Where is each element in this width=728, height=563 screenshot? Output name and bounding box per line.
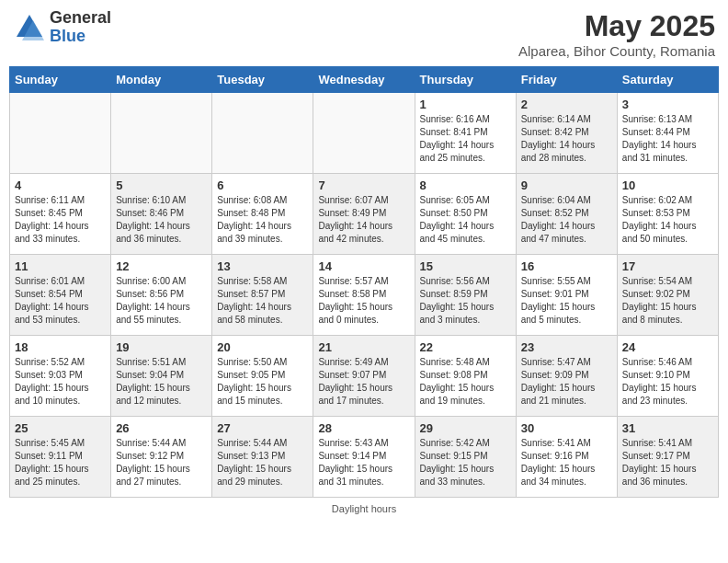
calendar-cell: 14Sunrise: 5:57 AM Sunset: 8:58 PM Dayli… — [313, 255, 415, 336]
calendar-cell: 18Sunrise: 5:52 AM Sunset: 9:03 PM Dayli… — [10, 336, 111, 417]
day-number: 4 — [15, 178, 106, 192]
calendar-cell: 11Sunrise: 6:01 AM Sunset: 8:54 PM Dayli… — [10, 255, 111, 336]
day-number: 18 — [15, 340, 106, 354]
col-header-saturday: Saturday — [617, 67, 718, 93]
col-header-tuesday: Tuesday — [212, 67, 313, 93]
logo-general: General — [50, 9, 111, 28]
day-number: 27 — [217, 421, 308, 435]
col-header-monday: Monday — [111, 67, 212, 93]
calendar-cell: 31Sunrise: 5:41 AM Sunset: 9:17 PM Dayli… — [617, 417, 718, 498]
calendar-cell — [313, 93, 415, 174]
day-info: Sunrise: 5:42 AM Sunset: 9:15 PM Dayligh… — [420, 437, 511, 488]
day-number: 6 — [217, 178, 308, 192]
day-info: Sunrise: 6:02 AM Sunset: 8:53 PM Dayligh… — [622, 194, 713, 246]
day-number: 30 — [521, 421, 612, 435]
calendar-cell: 20Sunrise: 5:50 AM Sunset: 9:05 PM Dayli… — [212, 336, 313, 417]
day-info: Sunrise: 6:14 AM Sunset: 8:42 PM Dayligh… — [521, 113, 612, 165]
day-number: 25 — [15, 421, 106, 435]
day-info: Sunrise: 6:10 AM Sunset: 8:46 PM Dayligh… — [116, 194, 207, 246]
calendar-cell: 17Sunrise: 5:54 AM Sunset: 9:02 PM Dayli… — [617, 255, 718, 336]
day-number: 7 — [318, 178, 409, 192]
col-header-wednesday: Wednesday — [313, 67, 415, 93]
day-number: 22 — [420, 340, 511, 354]
day-info: Sunrise: 5:47 AM Sunset: 9:09 PM Dayligh… — [521, 356, 612, 408]
calendar-cell: 19Sunrise: 5:51 AM Sunset: 9:04 PM Dayli… — [111, 336, 212, 417]
day-number: 26 — [116, 421, 207, 435]
day-info: Sunrise: 6:16 AM Sunset: 8:41 PM Dayligh… — [420, 113, 511, 165]
calendar-cell: 15Sunrise: 5:56 AM Sunset: 8:59 PM Dayli… — [415, 255, 516, 336]
day-number: 5 — [116, 178, 207, 192]
calendar-cell: 8Sunrise: 6:05 AM Sunset: 8:50 PM Daylig… — [415, 174, 516, 255]
day-info: Sunrise: 5:58 AM Sunset: 8:57 PM Dayligh… — [217, 275, 308, 327]
week-row-1: 1Sunrise: 6:16 AM Sunset: 8:41 PM Daylig… — [10, 93, 719, 174]
calendar-cell: 9Sunrise: 6:04 AM Sunset: 8:52 PM Daylig… — [516, 174, 617, 255]
calendar-cell: 23Sunrise: 5:47 AM Sunset: 9:09 PM Dayli… — [516, 336, 617, 417]
day-number: 10 — [622, 178, 713, 192]
day-number: 29 — [420, 421, 511, 435]
day-number: 14 — [318, 259, 409, 273]
logo-text: General Blue — [50, 9, 111, 46]
day-info: Sunrise: 5:48 AM Sunset: 9:08 PM Dayligh… — [420, 356, 511, 408]
day-info: Sunrise: 5:44 AM Sunset: 9:13 PM Dayligh… — [217, 437, 308, 488]
day-number: 21 — [318, 340, 409, 354]
day-info: Sunrise: 6:04 AM Sunset: 8:52 PM Dayligh… — [521, 194, 612, 246]
calendar-cell — [10, 93, 111, 174]
calendar-cell: 21Sunrise: 5:49 AM Sunset: 9:07 PM Dayli… — [313, 336, 415, 417]
day-info: Sunrise: 5:45 AM Sunset: 9:11 PM Dayligh… — [15, 437, 106, 488]
day-info: Sunrise: 5:49 AM Sunset: 9:07 PM Dayligh… — [318, 356, 409, 408]
page-header: General Blue May 2025 Alparea, Bihor Cou… — [9, 9, 719, 59]
calendar-cell: 25Sunrise: 5:45 AM Sunset: 9:11 PM Dayli… — [10, 417, 111, 498]
calendar-cell: 26Sunrise: 5:44 AM Sunset: 9:12 PM Dayli… — [111, 417, 212, 498]
day-number: 3 — [622, 98, 713, 111]
day-number: 15 — [420, 259, 511, 273]
header-row: SundayMondayTuesdayWednesdayThursdayFrid… — [10, 67, 719, 93]
day-number: 13 — [217, 259, 308, 273]
day-info: Sunrise: 6:07 AM Sunset: 8:49 PM Dayligh… — [318, 194, 409, 246]
calendar-cell: 7Sunrise: 6:07 AM Sunset: 8:49 PM Daylig… — [313, 174, 415, 255]
day-number: 1 — [420, 98, 511, 111]
calendar-cell: 3Sunrise: 6:13 AM Sunset: 8:44 PM Daylig… — [617, 93, 718, 174]
calendar-cell: 30Sunrise: 5:41 AM Sunset: 9:16 PM Dayli… — [516, 417, 617, 498]
calendar-cell — [111, 93, 212, 174]
subtitle: Alparea, Bihor County, Romania — [518, 43, 715, 59]
day-number: 17 — [622, 259, 713, 273]
day-info: Sunrise: 5:52 AM Sunset: 9:03 PM Dayligh… — [15, 356, 106, 408]
calendar-cell: 16Sunrise: 5:55 AM Sunset: 9:01 PM Dayli… — [516, 255, 617, 336]
week-row-3: 11Sunrise: 6:01 AM Sunset: 8:54 PM Dayli… — [10, 255, 719, 336]
calendar-cell: 13Sunrise: 5:58 AM Sunset: 8:57 PM Dayli… — [212, 255, 313, 336]
day-info: Sunrise: 6:11 AM Sunset: 8:45 PM Dayligh… — [15, 194, 106, 246]
calendar-cell: 5Sunrise: 6:10 AM Sunset: 8:46 PM Daylig… — [111, 174, 212, 255]
day-number: 23 — [521, 340, 612, 354]
calendar-cell: 29Sunrise: 5:42 AM Sunset: 9:15 PM Dayli… — [415, 417, 516, 498]
calendar-cell: 1Sunrise: 6:16 AM Sunset: 8:41 PM Daylig… — [415, 93, 516, 174]
day-info: Sunrise: 5:43 AM Sunset: 9:14 PM Dayligh… — [318, 437, 409, 488]
calendar-cell: 6Sunrise: 6:08 AM Sunset: 8:48 PM Daylig… — [212, 174, 313, 255]
day-info: Sunrise: 5:54 AM Sunset: 9:02 PM Dayligh… — [622, 275, 713, 327]
calendar-table: SundayMondayTuesdayWednesdayThursdayFrid… — [9, 66, 719, 498]
day-info: Sunrise: 5:41 AM Sunset: 9:17 PM Dayligh… — [622, 437, 713, 488]
day-number: 19 — [116, 340, 207, 354]
day-number: 28 — [318, 421, 409, 435]
logo-icon — [13, 11, 46, 44]
calendar-cell: 12Sunrise: 6:00 AM Sunset: 8:56 PM Dayli… — [111, 255, 212, 336]
week-row-2: 4Sunrise: 6:11 AM Sunset: 8:45 PM Daylig… — [10, 174, 719, 255]
week-row-5: 25Sunrise: 5:45 AM Sunset: 9:11 PM Dayli… — [10, 417, 719, 498]
calendar-cell: 28Sunrise: 5:43 AM Sunset: 9:14 PM Dayli… — [313, 417, 415, 498]
day-info: Sunrise: 6:01 AM Sunset: 8:54 PM Dayligh… — [15, 275, 106, 327]
day-number: 9 — [521, 178, 612, 192]
calendar-cell: 10Sunrise: 6:02 AM Sunset: 8:53 PM Dayli… — [617, 174, 718, 255]
day-number: 12 — [116, 259, 207, 273]
day-info: Sunrise: 5:44 AM Sunset: 9:12 PM Dayligh… — [116, 437, 207, 488]
day-info: Sunrise: 5:56 AM Sunset: 8:59 PM Dayligh… — [420, 275, 511, 327]
day-info: Sunrise: 6:00 AM Sunset: 8:56 PM Dayligh… — [116, 275, 207, 327]
calendar-cell: 24Sunrise: 5:46 AM Sunset: 9:10 PM Dayli… — [617, 336, 718, 417]
day-info: Sunrise: 6:08 AM Sunset: 8:48 PM Dayligh… — [217, 194, 308, 246]
main-title: May 2025 — [518, 9, 715, 43]
day-info: Sunrise: 5:46 AM Sunset: 9:10 PM Dayligh… — [622, 356, 713, 408]
day-info: Sunrise: 6:05 AM Sunset: 8:50 PM Dayligh… — [420, 194, 511, 246]
col-header-thursday: Thursday — [415, 67, 516, 93]
footer: Daylight hours — [9, 503, 719, 514]
day-info: Sunrise: 6:13 AM Sunset: 8:44 PM Dayligh… — [622, 113, 713, 165]
col-header-sunday: Sunday — [10, 67, 111, 93]
day-info: Sunrise: 5:50 AM Sunset: 9:05 PM Dayligh… — [217, 356, 308, 408]
